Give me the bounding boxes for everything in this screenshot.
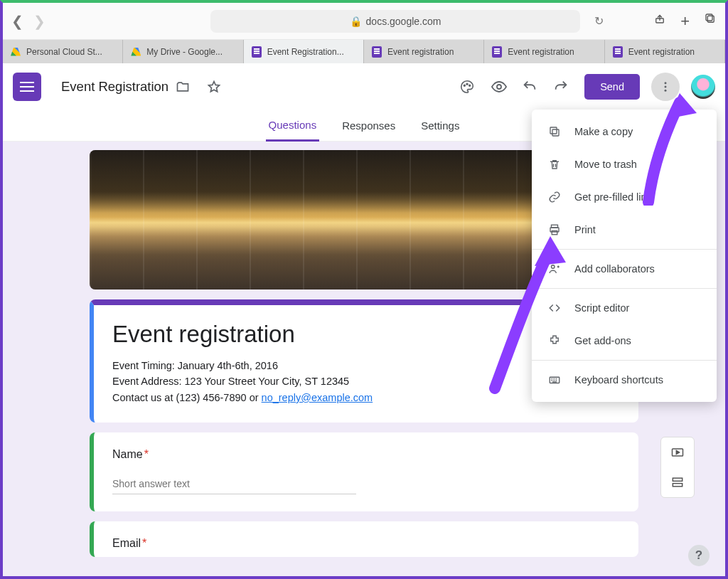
folder-icon[interactable]: [176, 80, 200, 94]
more-button[interactable]: [651, 73, 680, 101]
menu-move-to-trash[interactable]: Move to trash: [532, 148, 717, 181]
svg-rect-13: [552, 129, 559, 136]
svg-point-4: [466, 83, 468, 85]
menu-label: Script editor: [574, 302, 629, 314]
menu-add-collaborators[interactable]: Add collaborators: [532, 253, 717, 285]
required-star: *: [142, 537, 146, 549]
menu-label: Get pre-filled link: [574, 191, 652, 203]
browser-tab[interactable]: Event registration: [364, 40, 484, 63]
question-label: Name*: [112, 448, 620, 461]
menu-separator: [532, 288, 717, 289]
svg-rect-1: [707, 16, 714, 22]
svg-rect-2: [706, 14, 712, 21]
menu-script-editor[interactable]: Script editor: [532, 292, 717, 324]
forms-icon: [613, 46, 623, 58]
tab-label: My Drive - Google...: [146, 47, 223, 57]
document-title[interactable]: Event Registration: [61, 79, 168, 95]
undo-icon[interactable]: [522, 79, 546, 95]
tab-questions[interactable]: Questions: [266, 110, 320, 142]
tab-label: Event registration: [628, 47, 695, 57]
link-icon: [547, 191, 562, 203]
svg-point-5: [469, 85, 471, 86]
browser-tab[interactable]: My Drive - Google...: [123, 40, 243, 63]
menu-keyboard-shortcuts[interactable]: Keyboard shortcuts: [532, 363, 717, 396]
add-video-icon[interactable]: [661, 437, 694, 467]
collaborator-icon: [547, 262, 562, 275]
svg-point-18: [552, 265, 555, 269]
contact-email-link[interactable]: no_reply@example.com: [262, 392, 373, 403]
tabs-overview-icon[interactable]: [704, 12, 717, 31]
svg-point-3: [464, 85, 466, 86]
print-icon: [547, 223, 562, 236]
menu-get-addons[interactable]: Get add-ons: [532, 324, 717, 357]
svg-rect-17: [552, 231, 557, 235]
user-avatar[interactable]: [691, 75, 715, 99]
svg-point-9: [665, 90, 667, 92]
reload-icon[interactable]: ↻: [594, 14, 604, 28]
svg-rect-11: [673, 478, 682, 481]
forms-icon: [372, 46, 382, 58]
browser-tab[interactable]: Event registration: [484, 40, 604, 63]
copy-icon: [547, 125, 562, 138]
menu-label: Get add-ons: [574, 335, 631, 346]
tab-label: Personal Cloud St...: [26, 47, 102, 57]
question-card-name[interactable]: Name*: [90, 432, 638, 511]
required-star: *: [144, 448, 149, 460]
browser-tab[interactable]: Event registration: [605, 40, 725, 63]
tab-label: Event Registration...: [267, 47, 344, 57]
share-icon[interactable]: [653, 12, 666, 31]
side-toolbar: [660, 437, 695, 498]
url-text: docs.google.com: [366, 16, 441, 27]
menu-label: Make a copy: [574, 126, 633, 137]
drive-icon: [131, 48, 141, 56]
svg-rect-14: [550, 127, 557, 134]
menu-separator: [532, 360, 717, 361]
tab-strip: Personal Cloud St... My Drive - Google..…: [3, 40, 725, 63]
menu-label: Move to trash: [574, 159, 637, 170]
palette-icon[interactable]: [459, 79, 483, 95]
menu-label: Print: [574, 224, 596, 235]
send-button[interactable]: Send: [584, 74, 640, 100]
menu-print[interactable]: Print: [532, 213, 717, 246]
lock-icon: 🔒: [350, 16, 362, 27]
browser-tab-active[interactable]: Event Registration...: [244, 40, 364, 63]
browser-toolbar: ❮ ❯ 🔒 docs.google.com ↻ +: [3, 3, 725, 40]
short-answer-input: [112, 478, 356, 494]
star-icon[interactable]: [207, 80, 231, 94]
add-section-icon[interactable]: [661, 467, 694, 497]
question-card-email[interactable]: Email*: [90, 521, 638, 557]
tab-responses[interactable]: Responses: [339, 110, 398, 141]
redo-icon[interactable]: [553, 79, 577, 95]
menu-make-a-copy[interactable]: Make a copy: [532, 115, 717, 148]
tab-settings[interactable]: Settings: [418, 110, 462, 141]
help-button[interactable]: ?: [688, 545, 710, 566]
browser-tab[interactable]: Personal Cloud St...: [3, 40, 123, 63]
url-bar[interactable]: 🔒 docs.google.com: [210, 10, 580, 33]
svg-point-8: [665, 86, 667, 88]
forward-button[interactable]: ❯: [33, 13, 46, 30]
forms-icon: [252, 46, 262, 58]
overflow-menu: Make a copy Move to trash Get pre-filled…: [532, 110, 717, 402]
addon-icon: [547, 334, 562, 347]
forms-icon: [492, 46, 502, 58]
menu-prefilled-link[interactable]: Get pre-filled link: [532, 181, 717, 213]
forms-logo[interactable]: [13, 73, 41, 101]
back-button[interactable]: ❮: [11, 13, 23, 30]
svg-point-7: [665, 82, 667, 84]
code-icon: [547, 302, 562, 314]
app-header: Event Registration Send: [3, 63, 725, 110]
menu-label: Keyboard shortcuts: [574, 374, 663, 386]
menu-label: Add collaborators: [574, 263, 655, 275]
drive-icon: [11, 48, 21, 56]
menu-separator: [532, 249, 717, 250]
keyboard-icon: [547, 373, 562, 386]
svg-rect-12: [673, 484, 682, 487]
tab-label: Event registration: [387, 47, 454, 57]
svg-point-6: [497, 85, 501, 89]
new-tab-icon[interactable]: +: [680, 12, 690, 31]
tab-label: Event registration: [508, 47, 574, 57]
question-label: Email*: [112, 537, 620, 550]
trash-icon: [547, 158, 562, 171]
preview-icon[interactable]: [491, 78, 515, 95]
